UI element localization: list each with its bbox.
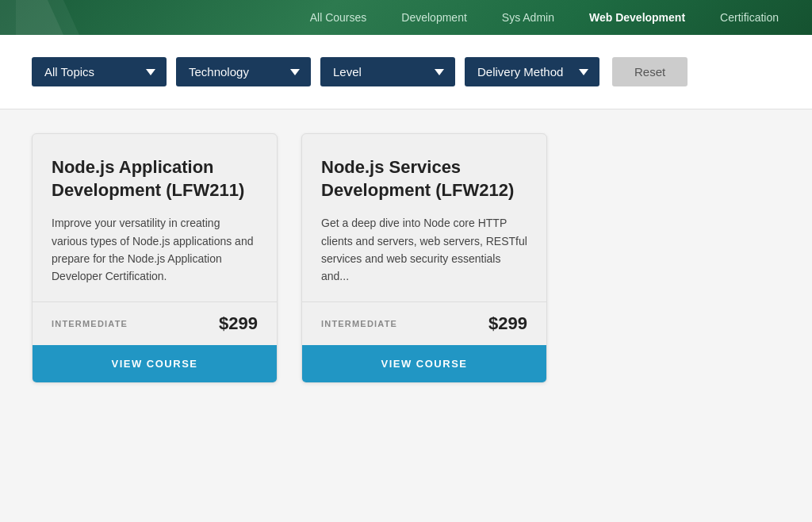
level-filter[interactable]: Level Beginner Intermediate Advanced — [320, 57, 455, 86]
nav-item-development[interactable]: Development — [384, 0, 485, 35]
course-card-1: Node.js Application Development (LFW211)… — [32, 133, 278, 383]
view-course-button-1[interactable]: VIEW COURSE — [33, 345, 277, 382]
card-body-2: Node.js Services Development (LFW212) Ge… — [302, 134, 546, 301]
course-title-1: Node.js Application Development (LFW211) — [52, 156, 258, 202]
card-footer-2: INTERMEDIATE $299 — [302, 301, 546, 345]
course-title-2: Node.js Services Development (LFW212) — [321, 156, 527, 202]
topics-filter[interactable]: All Topics JavaScript Python — [32, 57, 167, 86]
nav-item-all-courses[interactable]: All Courses — [293, 0, 385, 35]
nav-bar: All Courses Development Sys Admin Web De… — [0, 0, 812, 35]
technology-filter[interactable]: Technology Node.js React — [176, 57, 311, 86]
course-level-1: INTERMEDIATE — [52, 319, 128, 328]
course-desc-2: Get a deep dive into Node core HTTP clie… — [321, 214, 527, 286]
nav-item-certification[interactable]: Certification — [703, 0, 796, 35]
filter-bar: All Topics JavaScript Python Technology … — [0, 35, 812, 109]
nav-items: All Courses Development Sys Admin Web De… — [293, 0, 796, 35]
view-course-button-2[interactable]: VIEW COURSE — [302, 345, 546, 382]
course-price-2: $299 — [488, 313, 527, 334]
card-footer-1: INTERMEDIATE $299 — [33, 301, 277, 345]
course-level-2: INTERMEDIATE — [321, 319, 397, 328]
card-body-1: Node.js Application Development (LFW211)… — [33, 134, 277, 301]
course-listing: Node.js Application Development (LFW211)… — [0, 109, 812, 407]
course-card-2: Node.js Services Development (LFW212) Ge… — [301, 133, 547, 383]
nav-item-web-development[interactable]: Web Development — [572, 0, 703, 35]
course-desc-1: Improve your versatility in creating var… — [52, 214, 258, 286]
course-price-1: $299 — [219, 313, 258, 334]
nav-item-sys-admin[interactable]: Sys Admin — [485, 0, 572, 35]
reset-button[interactable]: Reset — [612, 57, 688, 86]
delivery-method-filter[interactable]: Delivery Method Online In-Person Virtual — [465, 57, 599, 86]
